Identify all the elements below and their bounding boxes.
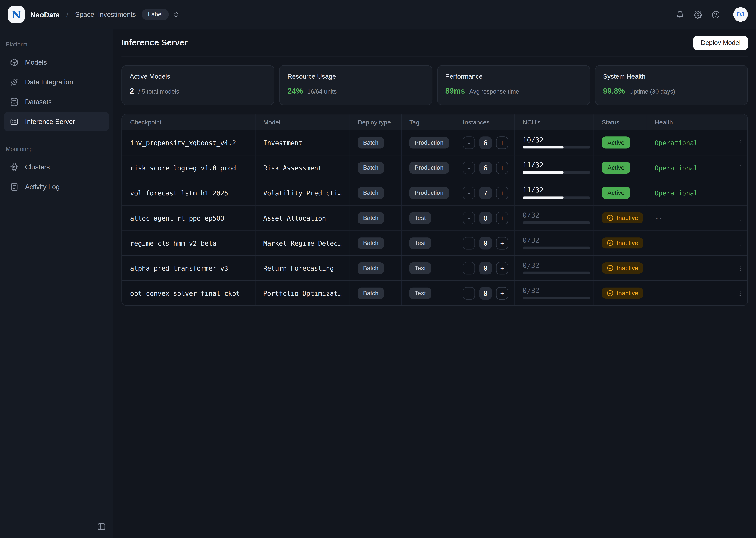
stat-card-active-models: Active Models2/ 5 total models — [121, 65, 274, 105]
model-name: Volatility Predicti… — [263, 189, 342, 197]
decrement-instances-button[interactable]: - — [463, 237, 475, 249]
ncu-progress-bar — [523, 246, 590, 249]
decrement-instances-button[interactable]: - — [463, 262, 475, 274]
instances-value: 6 — [479, 161, 492, 174]
tag-chip: Production — [409, 187, 449, 198]
status-badge: Inactive — [602, 288, 643, 298]
brand-logo[interactable]: N — [8, 6, 24, 23]
decrement-instances-button[interactable]: - — [463, 211, 475, 224]
stat-card-suffix: 16/64 units — [307, 88, 337, 95]
sidebar-item-inference-server[interactable]: Inference Server — [4, 112, 109, 131]
breadcrumb-project[interactable]: Space_Investiments — [75, 11, 136, 18]
status-badge: Active — [602, 187, 630, 199]
health-value: Operational — [655, 189, 698, 197]
increment-instances-button[interactable]: + — [496, 187, 508, 199]
instances-stepper: -6+ — [463, 161, 508, 174]
ncu-cell: 10/32 — [523, 136, 590, 149]
sidebar-item-label: Activity Log — [25, 183, 60, 190]
status-badge: Active — [602, 162, 630, 174]
package-icon — [10, 58, 19, 67]
ncu-progress-bar — [523, 171, 590, 174]
instances-stepper: -7+ — [463, 187, 508, 199]
table-row: inv_propensity_xgboost_v4.2InvestmentBat… — [122, 130, 747, 155]
column-header-actions — [725, 114, 747, 130]
sidebar-item-clusters[interactable]: Clusters — [4, 157, 109, 177]
sidebar-collapse-icon[interactable] — [97, 522, 106, 531]
help-icon[interactable] — [712, 10, 720, 19]
stat-card-value: 2 — [130, 87, 134, 95]
status-badge-label: Inactive — [617, 240, 638, 246]
sidebar-item-label: Models — [25, 58, 47, 66]
stat-card-title: Performance — [445, 73, 582, 80]
ncu-cell: 0/32 — [523, 237, 590, 249]
deploy-model-button[interactable]: Deploy Model — [694, 35, 748, 50]
ncu-progress-bar — [523, 196, 590, 199]
topbar-actions: DJ — [676, 7, 748, 22]
check-circle-icon — [606, 290, 614, 296]
column-header-checkpoint: Checkpoint — [122, 114, 255, 130]
page-title: Inference Server — [121, 38, 188, 48]
row-menu-icon[interactable] — [736, 289, 744, 297]
increment-instances-button[interactable]: + — [496, 262, 508, 274]
instances-stepper: -0+ — [463, 262, 508, 274]
stat-card-value: 89ms — [445, 87, 465, 95]
row-menu-icon[interactable] — [736, 164, 744, 172]
instances-value: 0 — [479, 262, 492, 274]
increment-instances-button[interactable]: + — [496, 287, 508, 299]
increment-instances-button[interactable]: + — [496, 161, 508, 174]
stat-card-suffix: Uptime (30 days) — [629, 88, 675, 95]
gear-icon[interactable] — [694, 10, 702, 19]
deploy-type-chip: Batch — [358, 187, 384, 198]
check-circle-icon — [606, 264, 614, 272]
status-badge-label: Inactive — [617, 264, 638, 272]
table-body: inv_propensity_xgboost_v4.2InvestmentBat… — [122, 130, 747, 305]
chevrons-up-down-icon[interactable] — [173, 11, 180, 18]
table-row: vol_forecast_lstm_h1_2025Volatility Pred… — [122, 180, 747, 205]
health-value: -- — [655, 239, 662, 247]
instances-stepper: -0+ — [463, 287, 508, 299]
row-menu-icon[interactable] — [736, 214, 744, 222]
sidebar-item-data-integration[interactable]: Data Integration — [4, 73, 109, 92]
sidebar-item-datasets[interactable]: Datasets — [4, 92, 109, 111]
row-menu-icon[interactable] — [736, 239, 744, 247]
row-menu-icon[interactable] — [736, 189, 744, 197]
increment-instances-button[interactable]: + — [496, 237, 508, 249]
label-badge[interactable]: Label — [142, 9, 169, 20]
decrement-instances-button[interactable]: - — [463, 161, 475, 174]
increment-instances-button[interactable]: + — [496, 136, 508, 149]
model-name: Portfolio Optimizat… — [263, 289, 342, 297]
checkpoint-name: alpha_pred_transformer_v3 — [130, 264, 228, 272]
tag-chip: Test — [409, 262, 431, 274]
model-name: Return Forecasting — [263, 264, 334, 272]
stat-card-title: System Health — [603, 73, 739, 80]
ncu-cell: 0/32 — [523, 287, 590, 299]
status-badge: Inactive — [602, 212, 643, 223]
instances-value: 0 — [479, 237, 492, 249]
stat-card-resource-usage: Resource Usage24%16/64 units — [279, 65, 432, 105]
decrement-instances-button[interactable]: - — [463, 287, 475, 299]
column-header-instances: Instances — [454, 114, 514, 130]
increment-instances-button[interactable]: + — [496, 211, 508, 224]
column-header-model: Model — [255, 114, 350, 130]
decrement-instances-button[interactable]: - — [463, 136, 475, 149]
model-name: Asset Allocation — [263, 214, 326, 222]
checkpoint-name: regime_cls_hmm_v2_beta — [130, 239, 216, 247]
stat-card-title: Active Models — [130, 73, 266, 80]
row-menu-icon[interactable] — [736, 139, 744, 146]
row-menu-icon[interactable] — [736, 264, 744, 272]
ncu-value: 0/32 — [523, 287, 590, 294]
sidebar-item-activity-log[interactable]: Activity Log — [4, 177, 109, 196]
decrement-instances-button[interactable]: - — [463, 187, 475, 199]
deploy-type-chip: Batch — [358, 137, 384, 148]
avatar[interactable]: DJ — [733, 7, 748, 22]
bell-icon[interactable] — [676, 10, 684, 19]
ncu-progress-bar — [523, 146, 590, 149]
server-icon — [10, 117, 19, 126]
sidebar-item-models[interactable]: Models — [4, 53, 109, 72]
column-header-status: Status — [593, 114, 646, 130]
instances-stepper: -6+ — [463, 136, 508, 149]
deploy-type-chip: Batch — [358, 262, 384, 274]
column-header-ncu-s: NCU's — [514, 114, 593, 130]
table-row: opt_convex_solver_final_ckptPortfolio Op… — [122, 280, 747, 305]
table-row: regime_cls_hmm_v2_betaMarket Regime Dete… — [122, 230, 747, 255]
